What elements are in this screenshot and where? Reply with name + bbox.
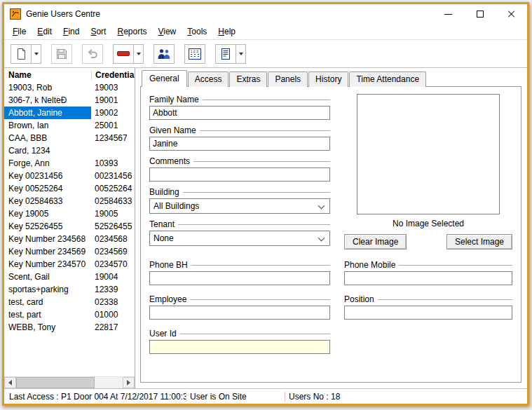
status-bar: Last Access : P1 Door 004 At 7/12/2017 1… [4, 388, 527, 404]
menu-item[interactable]: File [7, 25, 32, 39]
tenant-select[interactable]: None [149, 231, 330, 246]
list-item[interactable]: Key 00525264 00525264 [4, 182, 135, 195]
minimize-button[interactable] [432, 4, 464, 24]
list-item-name: Key 00231456 [4, 170, 91, 182]
list-item-credential: 19001 [91, 94, 135, 107]
menu-item[interactable]: Tools [182, 25, 212, 39]
reports-button[interactable] [215, 44, 236, 64]
list-item-name: Key Number 234569 [4, 245, 91, 258]
list-item-name: Key 00525264 [4, 182, 91, 195]
list-item[interactable]: test, card 02338 [4, 296, 135, 308]
tab[interactable]: Access [188, 71, 229, 87]
comments-input[interactable] [149, 168, 330, 182]
position-input[interactable] [344, 306, 512, 320]
scroll-left-button[interactable] [4, 377, 16, 388]
employee-field: Employee [149, 294, 330, 320]
user-id-input[interactable] [149, 340, 330, 354]
column-header-name[interactable]: Name [4, 70, 91, 80]
maximize-button[interactable] [464, 4, 496, 24]
list-item[interactable]: CAA, BBB 1234567 [4, 132, 135, 144]
time-attendance-button[interactable]: 1 2 3 [184, 44, 205, 64]
list-item[interactable]: 306-7, k NelteÐ 19001 [4, 94, 135, 107]
user-detail-panel: GeneralAccessExtrasPanelsHistoryTime Att… [137, 68, 527, 388]
list-item[interactable]: Key 19005 19005 [4, 207, 135, 220]
reports-dropdown-button[interactable] [236, 44, 246, 64]
list-item-credential: 0234570 [91, 258, 135, 271]
list-item-name: Key 19005 [4, 207, 91, 220]
phone-bh-input[interactable] [149, 271, 330, 285]
tenant-label: Tenant [149, 219, 175, 229]
tab[interactable]: Time Attendance [349, 71, 426, 87]
list-item[interactable]: WEBB, Tony 22817 [4, 321, 135, 334]
close-button[interactable] [496, 4, 527, 24]
new-user-dropdown-button[interactable] [31, 44, 41, 64]
tab[interactable]: History [308, 71, 348, 87]
close-icon [507, 10, 516, 18]
list-item[interactable]: sportas+parking 12339 [4, 283, 135, 296]
list-item-credential: 19003 [91, 81, 135, 94]
list-item[interactable]: Scent, Gail 19004 [4, 271, 135, 283]
horizontal-scrollbar[interactable] [4, 376, 135, 388]
list-item[interactable]: Key Number 234569 0234569 [4, 245, 135, 258]
time-attendance-icon: 1 2 3 [189, 48, 201, 60]
user-list-panel: Name Credentia 19003, Rob 19003 306-7, k… [4, 68, 135, 388]
list-item[interactable]: test, part 01000 [4, 308, 135, 321]
delete-user-dropdown-button[interactable] [133, 44, 144, 64]
delete-user-button[interactable] [113, 44, 134, 64]
select-image-button[interactable]: Select Image [446, 234, 512, 250]
minimize-icon [444, 14, 452, 15]
list-item[interactable]: Key 52526455 52526455 [4, 220, 135, 233]
maximize-icon [477, 11, 484, 18]
desktop: Genie Users Centre FileEditFindSortRepor… [0, 0, 532, 410]
list-item-name: Card, 1234 [4, 144, 91, 157]
given-name-input[interactable] [149, 137, 330, 151]
list-item[interactable]: Key 02584633 02584633 [4, 195, 135, 207]
list-item-credential: 00525264 [91, 182, 135, 195]
menu-item[interactable]: Edit [32, 25, 57, 39]
new-user-button[interactable] [11, 44, 32, 64]
family-name-input[interactable] [149, 106, 330, 120]
list-item-name: sportas+parking [4, 283, 91, 296]
comments-label: Comments [149, 156, 190, 166]
phone-mobile-input[interactable] [344, 271, 512, 285]
scroll-right-button[interactable] [123, 377, 135, 388]
list-item[interactable]: Card, 1234 [4, 144, 135, 157]
clear-image-button[interactable]: Clear Image [344, 234, 407, 250]
building-select[interactable]: All Buildings [149, 198, 330, 214]
list-item[interactable]: Abbott, Janine 19002 [4, 107, 135, 119]
building-label: Building [149, 187, 179, 197]
employee-input[interactable] [149, 306, 330, 320]
users-button[interactable] [154, 44, 175, 64]
scrollbar-track[interactable] [16, 377, 123, 388]
arrow-left-icon [8, 380, 12, 385]
list-item[interactable]: Brown, Ian 25001 [4, 119, 135, 132]
toolbar: 1 2 3 [4, 40, 527, 68]
menu-item[interactable]: Find [57, 25, 85, 39]
column-header-credential[interactable]: Credentia [91, 70, 135, 80]
list-item[interactable]: Key Number 234570 0234570 [4, 258, 135, 271]
tab[interactable]: Panels [268, 71, 308, 87]
menu-item[interactable]: View [152, 25, 182, 39]
user-image-panel: No Image Selected Clear Image Select Ima… [344, 94, 512, 251]
position-field: Position [344, 294, 512, 320]
phone-bh-label: Phone BH [149, 260, 188, 270]
user-photo-placeholder [357, 94, 500, 214]
save-button[interactable] [51, 44, 72, 64]
main-area: Name Credentia 19003, Rob 19003 306-7, k… [4, 68, 527, 388]
list-item[interactable]: Key 00231456 00231456 [4, 170, 135, 182]
list-item-credential: 52526455 [91, 220, 135, 233]
list-item[interactable]: Key Number 234568 0234568 [4, 233, 135, 245]
list-item-name: CAA, BBB [4, 132, 91, 144]
list-item[interactable]: 19003, Rob 19003 [4, 81, 135, 94]
list-item-name: Key 02584633 [4, 195, 91, 207]
menu-item[interactable]: Reports [111, 25, 152, 39]
menu-item[interactable]: Help [212, 25, 241, 39]
menu-item[interactable]: Sort [85, 25, 111, 39]
scrollbar-thumb[interactable] [16, 377, 95, 388]
employee-label: Employee [149, 294, 186, 304]
undo-button[interactable] [82, 44, 103, 64]
tab[interactable]: Extras [229, 71, 267, 87]
tab[interactable]: General [142, 70, 187, 87]
list-item[interactable]: Forge, Ann 10393 [4, 157, 135, 170]
list-item-credential: 10393 [91, 157, 135, 170]
